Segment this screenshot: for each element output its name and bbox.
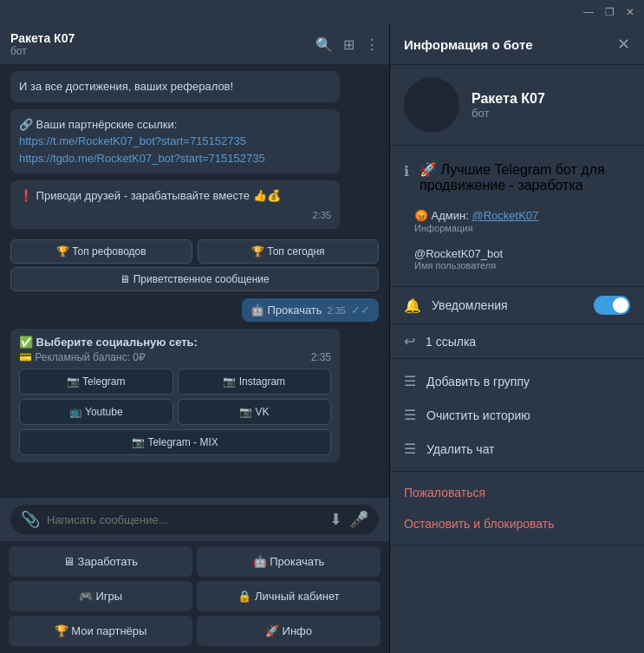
- message-3: ❗ Приводи друзей - зарабатывайте вместе …: [10, 180, 340, 229]
- description-row: ℹ 🚀 Лучшие Telegram бот для продвижение …: [390, 154, 644, 200]
- bot-profile: 🚀 Ракета К07 бот: [390, 65, 644, 146]
- admin-category-label: Информация: [414, 223, 538, 233]
- delete-chat-label: Удалить чат: [426, 442, 495, 456]
- social-header: ✅ Выберите социальную сеть:: [19, 336, 331, 349]
- chat-panel: Ракета К07 бот 🔍 ⊞ ⋮ И за все достижения…: [0, 24, 390, 653]
- message-2: 🔗 Ваши партнёрские ссылки: https://t.me/…: [10, 109, 340, 174]
- chat-header-info: Ракета К07 бот: [10, 31, 309, 57]
- bot-profile-name: Ракета К07: [472, 91, 545, 107]
- report-row[interactable]: Пожаловаться: [390, 477, 644, 508]
- description-content: 🚀 Лучшие Telegram бот для продвижение - …: [420, 161, 630, 193]
- earn-btn[interactable]: 🖥 Заработать: [9, 546, 192, 577]
- msg5-check: ✓✓: [351, 304, 370, 317]
- bot-avatar: 🚀: [404, 77, 459, 133]
- message-1: И за все достижения, ваших рефералов!: [10, 71, 340, 102]
- social-grid: 📷 Telegram 📷 Instagram 📺 Youtube 📷 VK 📷 …: [19, 369, 331, 455]
- notif-left: 🔔 Уведомления: [404, 297, 508, 314]
- message-4-btns: 🏆 Топ рефоводов 🏆 Топ сегодня 🖥 Приветст…: [10, 236, 379, 291]
- telegram-mix-btn[interactable]: 📷 Telegram - MIX: [19, 429, 331, 455]
- message-5: 🤖 Прокачать 2:35 ✓✓: [242, 298, 379, 322]
- titlebar: — ❐ ✕: [0, 0, 644, 24]
- msg5-text: 🤖 Прокачать: [250, 304, 322, 317]
- clear-icon: ☰: [404, 407, 416, 423]
- top-today-btn[interactable]: 🏆 Топ сегодня: [198, 239, 380, 264]
- description-text: 🚀 Лучшие Telegram бот для продвижение - …: [420, 161, 630, 193]
- username-row: @RocketK07_bot Имя пользователя: [390, 240, 644, 278]
- minimize-button[interactable]: —: [582, 5, 595, 19]
- svg-point-0: [411, 84, 452, 126]
- partner-link-2[interactable]: https://tgdo.me/RocketK07_bot?start=7151…: [19, 152, 265, 165]
- boost-btn[interactable]: 🤖 Прокачать: [197, 546, 381, 577]
- search-icon[interactable]: 🔍: [315, 36, 333, 53]
- block-label: Остановить и блокировать: [404, 517, 555, 531]
- keyboard-area: 🖥 Заработать 🤖 Прокачать 🎮 Игры 🔒 Личный…: [0, 541, 389, 653]
- messages-area: И за все достижения, ваших рефералов! 🔗 …: [0, 64, 389, 497]
- mic-icon[interactable]: 🎤: [349, 510, 368, 529]
- welcome-msg-btn[interactable]: 🖥 Приветственное сообщение: [10, 267, 379, 291]
- main-layout: Ракета К07 бот 🔍 ⊞ ⋮ И за все достижения…: [0, 24, 644, 653]
- block-row[interactable]: Остановить и блокировать: [390, 508, 644, 539]
- games-btn[interactable]: 🎮 Игры: [9, 581, 192, 611]
- admin-info: 😡 Админ: @RocketK07 Информация: [414, 207, 538, 233]
- danger-section: Пожаловаться Остановить и блокировать: [390, 472, 644, 545]
- layout-icon[interactable]: ⊞: [343, 36, 355, 53]
- bot-profile-info: Ракета К07 бот: [472, 91, 545, 120]
- message-input[interactable]: [47, 513, 322, 526]
- admin-text: 😡 Админ: @RocketK07: [414, 207, 538, 223]
- clear-history-label: Очистить историю: [426, 408, 530, 422]
- input-row: 📎 ⬇ 🎤: [10, 505, 379, 534]
- link-icon: ↩: [404, 333, 415, 349]
- msg2-header: 🔗 Ваши партнёрские ссылки:: [19, 116, 331, 134]
- info-btn[interactable]: 🚀 Инфо: [197, 616, 381, 646]
- clear-history-row[interactable]: ☰ Очистить историю: [390, 398, 644, 432]
- report-label: Пожаловаться: [404, 486, 485, 500]
- input-area: 📎 ⬇ 🎤: [0, 497, 389, 541]
- add-to-group-label: Добавить в группу: [426, 375, 530, 389]
- notifications-row: 🔔 Уведомления: [390, 287, 644, 324]
- bot-profile-sub: бот: [472, 107, 545, 120]
- chat-header: Ракета К07 бот 🔍 ⊞ ⋮: [0, 24, 389, 64]
- rp-title: Информация о боте: [404, 37, 533, 52]
- telegram-btn[interactable]: 📷 Telegram: [19, 369, 173, 395]
- add-group-icon: ☰: [404, 373, 416, 389]
- delete-chat-row[interactable]: ☰ Удалить чат: [390, 432, 644, 466]
- message-6: ✅ Выберите социальную сеть: 💳 Рекламный …: [10, 329, 340, 462]
- delete-icon: ☰: [404, 441, 416, 457]
- partners-btn[interactable]: 🏆 Мои партнёры: [9, 616, 192, 646]
- scroll-down-icon[interactable]: ⬇: [329, 510, 342, 529]
- chat-subtitle: бот: [10, 45, 309, 57]
- admin-label-text: 😡 Админ:: [414, 209, 472, 222]
- username-label: Имя пользователя: [414, 260, 503, 271]
- notifications-label: Уведомления: [432, 298, 508, 312]
- chat-header-icons: 🔍 ⊞ ⋮: [315, 36, 379, 53]
- partner-link-1[interactable]: https://t.me/RocketK07_bot?start=7151527…: [19, 134, 246, 147]
- balance-text: 💳 Рекламный баланс: 0₽: [19, 351, 146, 363]
- info-circle-icon: ℹ: [404, 163, 409, 180]
- msg3-time: 2:35: [19, 208, 331, 223]
- rp-header: Информация о боте ✕: [390, 24, 644, 65]
- top-referrals-btn[interactable]: 🏆 Топ рефоводов: [10, 239, 192, 264]
- message-5-wrap: 🤖 Прокачать 2:35 ✓✓: [10, 298, 379, 322]
- vk-btn[interactable]: 📷 VK: [178, 399, 332, 425]
- attach-icon[interactable]: 📎: [21, 510, 40, 529]
- rocket-avatar-svg: 🚀: [411, 84, 452, 126]
- close-button[interactable]: ✕: [623, 5, 637, 19]
- right-panel: Информация о боте ✕ 🚀 Ракета К07 бот ℹ 🚀…: [390, 24, 644, 653]
- username-info: @RocketK07_bot Имя пользователя: [414, 247, 503, 271]
- maximize-button[interactable]: ❐: [602, 5, 616, 19]
- bell-icon: 🔔: [404, 297, 421, 314]
- more-icon[interactable]: ⋮: [365, 36, 379, 53]
- youtube-btn[interactable]: 📺 Youtube: [19, 399, 173, 425]
- cabinet-btn[interactable]: 🔒 Личный кабинет: [197, 581, 381, 611]
- instagram-btn[interactable]: 📷 Instagram: [178, 369, 332, 395]
- add-to-group-row[interactable]: ☰ Добавить в группу: [390, 364, 644, 398]
- links-row: ↩ 1 ссылка: [390, 324, 644, 359]
- username-text: @RocketK07_bot: [414, 247, 503, 260]
- close-panel-btn[interactable]: ✕: [617, 35, 630, 54]
- admin-link[interactable]: @RocketK07: [472, 209, 538, 222]
- social-time: 2:35: [311, 351, 331, 363]
- msg5-time: 2:35: [328, 305, 346, 316]
- top-btns-row: 🏆 Топ рефоводов 🏆 Топ сегодня: [10, 239, 379, 264]
- action-section: ☰ Добавить в группу ☰ Очистить историю ☰…: [390, 359, 644, 472]
- notifications-toggle[interactable]: [594, 296, 630, 315]
